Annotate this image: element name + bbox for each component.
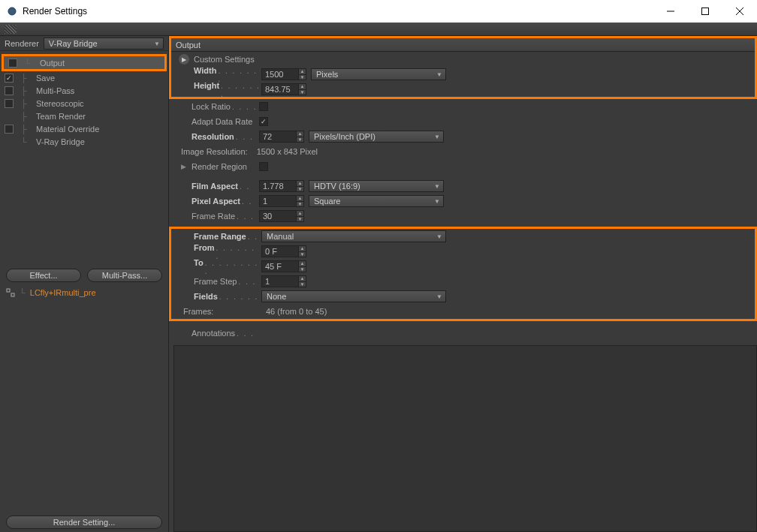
highlight-bottom: Frame Range. . Manual▼ From. . . . . . .… bbox=[169, 227, 757, 321]
pixel-aspect-dropdown[interactable]: Square▼ bbox=[309, 195, 444, 207]
from-input[interactable]: 0 F▲▼ bbox=[261, 245, 306, 257]
caret-down-icon: ▼ bbox=[154, 40, 160, 47]
branch-icon: ├ bbox=[17, 110, 32, 122]
pixel-aspect-label: Pixel Aspect bbox=[192, 197, 240, 206]
tree-item-vray[interactable]: └ V-Ray Bridge bbox=[0, 135, 168, 148]
caret-down-icon: ▼ bbox=[434, 134, 440, 140]
preset-label: LCfly+IRmulti_pre bbox=[30, 288, 96, 297]
frames-value: 46 (from 0 to 45) bbox=[261, 307, 327, 316]
height-label: Height bbox=[194, 81, 219, 90]
multipass-button[interactable]: Multi-Pass... bbox=[87, 269, 162, 282]
pixel-aspect-input[interactable]: 1▲▼ bbox=[259, 195, 304, 207]
frame-step-label: Frame Step bbox=[194, 277, 237, 286]
svg-rect-6 bbox=[11, 293, 14, 296]
frame-step-input[interactable]: 1▲▼ bbox=[261, 275, 306, 287]
adapt-label: Adapt Data Rate bbox=[192, 117, 252, 126]
render-region-label: Render Region bbox=[192, 162, 247, 171]
branch-icon: └ bbox=[20, 288, 26, 297]
tree-item-output[interactable]: └ Output bbox=[4, 56, 164, 69]
maximize-button[interactable] bbox=[688, 0, 722, 23]
width-input[interactable]: 1500▲▼ bbox=[261, 68, 306, 80]
tree-label: Material Override bbox=[35, 125, 99, 134]
tree-item-save[interactable]: ✓ ├ Save bbox=[0, 71, 168, 84]
resolution-label: Resolution bbox=[192, 132, 234, 141]
window-title: Render Settings bbox=[23, 6, 653, 17]
checkbox-icon[interactable] bbox=[8, 59, 17, 68]
render-setting-button[interactable]: Render Setting... bbox=[6, 515, 162, 529]
frame-rate-label: Frame Rate bbox=[192, 212, 235, 221]
settings-tree: └ Output ✓ ├ Save ├ Multi-Pass ├ bbox=[0, 51, 168, 266]
resolution-input[interactable]: 72▲▼ bbox=[259, 131, 304, 143]
highlight-output: └ Output bbox=[2, 54, 167, 71]
tree-item-team[interactable]: ├ Team Render bbox=[0, 110, 168, 122]
effect-button[interactable]: Effect... bbox=[6, 269, 81, 282]
tree-label: Save bbox=[35, 74, 55, 83]
tree-label: Stereoscopic bbox=[35, 99, 84, 108]
tree-item-stereo[interactable]: ├ Stereoscopic bbox=[0, 97, 168, 110]
film-aspect-label: Film Aspect bbox=[192, 182, 238, 191]
caret-down-icon: ▼ bbox=[436, 71, 442, 78]
branch-icon: ├ bbox=[17, 84, 32, 97]
right-panel: Output ▶ Custom Settings Width. . . . . … bbox=[169, 36, 757, 532]
caret-down-icon: ▼ bbox=[436, 233, 442, 240]
renderer-value: V-Ray Bridge bbox=[49, 39, 98, 48]
minimize-button[interactable] bbox=[653, 0, 688, 23]
resolution-unit-dropdown[interactable]: Pixels/Inch (DPI)▼ bbox=[309, 131, 444, 143]
titlebar[interactable]: Render Settings bbox=[0, 0, 757, 23]
branch-icon: └ bbox=[17, 135, 32, 148]
frame-rate-input[interactable]: 30▲▼ bbox=[259, 210, 304, 222]
render-region-checkbox[interactable] bbox=[259, 162, 268, 171]
checkbox-icon[interactable]: ✓ bbox=[5, 74, 14, 83]
tree-item-material[interactable]: ├ Material Override bbox=[0, 122, 168, 135]
branch-icon: ├ bbox=[17, 97, 32, 110]
grip-icon bbox=[5, 25, 17, 34]
from-label: From bbox=[194, 243, 215, 252]
close-button[interactable] bbox=[722, 0, 757, 23]
height-input[interactable]: 843.75▲▼ bbox=[261, 83, 306, 95]
checkbox-icon[interactable] bbox=[5, 125, 14, 134]
top-toolbar bbox=[0, 23, 757, 36]
fields-dropdown[interactable]: None▼ bbox=[261, 290, 446, 302]
width-unit-dropdown[interactable]: Pixels▼ bbox=[311, 68, 446, 80]
caret-down-icon: ▼ bbox=[434, 183, 440, 190]
preset-icon bbox=[6, 288, 15, 297]
svg-point-0 bbox=[8, 8, 16, 15]
renderer-label: Renderer bbox=[5, 39, 39, 48]
frames-label: Frames: bbox=[179, 307, 261, 316]
tree-item-multipass[interactable]: ├ Multi-Pass bbox=[0, 84, 168, 97]
svg-rect-2 bbox=[702, 8, 709, 15]
custom-settings-label: Custom Settings bbox=[194, 55, 255, 64]
branch-icon: ├ bbox=[17, 122, 32, 135]
image-resolution-label: Image Resolution: bbox=[176, 147, 248, 156]
adapt-checkbox[interactable]: ✓ bbox=[259, 117, 268, 126]
annotations-label: Annotations bbox=[192, 329, 235, 338]
lock-ratio-checkbox[interactable] bbox=[259, 102, 268, 111]
highlight-top: Output ▶ Custom Settings Width. . . . . … bbox=[169, 36, 757, 99]
lock-ratio-label: Lock Ratio bbox=[192, 102, 231, 111]
branch-icon: └ bbox=[20, 56, 35, 69]
expand-icon[interactable]: ▶ bbox=[179, 54, 189, 65]
film-aspect-input[interactable]: 1.778▲▼ bbox=[259, 180, 304, 192]
output-header: Output bbox=[171, 38, 755, 52]
image-resolution-value: 1500 x 843 Pixel bbox=[252, 147, 318, 156]
app-icon bbox=[6, 5, 18, 17]
frame-range-dropdown[interactable]: Manual▼ bbox=[261, 230, 446, 242]
tree-label: Output bbox=[38, 59, 65, 68]
checkbox-icon[interactable] bbox=[5, 99, 14, 108]
preset-item[interactable]: └ LCfly+IRmulti_pre bbox=[0, 285, 168, 300]
renderer-dropdown[interactable]: V-Ray Bridge ▼ bbox=[44, 38, 164, 50]
left-panel: Renderer V-Ray Bridge ▼ └ Output ✓ ├ bbox=[0, 36, 169, 532]
tree-label: Multi-Pass bbox=[35, 86, 74, 95]
caret-down-icon: ▼ bbox=[434, 198, 440, 205]
film-aspect-dropdown[interactable]: HDTV (16:9)▼ bbox=[309, 180, 444, 192]
checkbox-icon[interactable] bbox=[5, 86, 14, 95]
to-label: To bbox=[194, 258, 204, 267]
tree-label: V-Ray Bridge bbox=[35, 137, 85, 146]
caret-down-icon: ▼ bbox=[436, 293, 442, 300]
svg-rect-5 bbox=[7, 289, 10, 292]
width-label: Width bbox=[194, 66, 216, 75]
annotations-area[interactable] bbox=[173, 345, 757, 532]
to-input[interactable]: 45 F▲▼ bbox=[261, 260, 306, 272]
branch-icon: ├ bbox=[17, 71, 32, 84]
expand-arrow-icon[interactable]: ▶ bbox=[181, 163, 188, 170]
